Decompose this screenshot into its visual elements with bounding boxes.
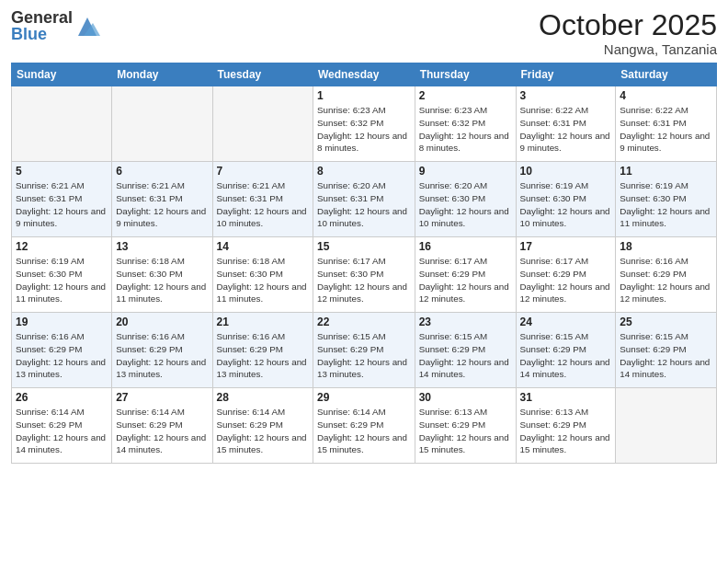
table-row: 4Sunrise: 6:22 AMSunset: 6:31 PMDaylight…	[616, 86, 717, 162]
table-row: 23Sunrise: 6:15 AMSunset: 6:29 PMDayligh…	[415, 313, 516, 388]
logo-blue: Blue	[11, 26, 73, 42]
day-number: 5	[16, 165, 108, 178]
table-row: 3Sunrise: 6:22 AMSunset: 6:31 PMDaylight…	[516, 86, 616, 162]
day-info: Sunrise: 6:16 AMSunset: 6:29 PMDaylight:…	[16, 330, 108, 381]
header-thursday: Thursday	[415, 63, 516, 86]
day-info: Sunrise: 6:23 AMSunset: 6:32 PMDaylight:…	[419, 104, 512, 155]
day-info: Sunrise: 6:21 AMSunset: 6:31 PMDaylight:…	[16, 179, 108, 230]
day-number: 22	[317, 316, 411, 328]
table-row: 18Sunrise: 6:16 AMSunset: 6:29 PMDayligh…	[616, 237, 717, 313]
calendar-week-row: 1Sunrise: 6:23 AMSunset: 6:32 PMDaylight…	[12, 86, 717, 162]
table-row: 31Sunrise: 6:13 AMSunset: 6:29 PMDayligh…	[516, 388, 616, 464]
table-row: 24Sunrise: 6:15 AMSunset: 6:29 PMDayligh…	[516, 313, 616, 388]
header: General Blue October 2025 Nangwa, Tanzan…	[11, 9, 717, 57]
day-number: 20	[116, 316, 208, 328]
day-info: Sunrise: 6:16 AMSunset: 6:29 PMDaylight:…	[116, 330, 208, 381]
table-row: 16Sunrise: 6:17 AMSunset: 6:29 PMDayligh…	[415, 237, 516, 313]
day-info: Sunrise: 6:13 AMSunset: 6:29 PMDaylight:…	[520, 406, 612, 456]
table-row: 1Sunrise: 6:23 AMSunset: 6:32 PMDaylight…	[313, 86, 415, 162]
day-number: 30	[419, 391, 512, 404]
calendar-week-row: 5Sunrise: 6:21 AMSunset: 6:31 PMDaylight…	[12, 162, 717, 237]
header-tuesday: Tuesday	[212, 63, 313, 86]
table-row: 30Sunrise: 6:13 AMSunset: 6:29 PMDayligh…	[415, 388, 516, 464]
day-info: Sunrise: 6:21 AMSunset: 6:31 PMDaylight:…	[116, 179, 208, 230]
day-number: 9	[419, 165, 512, 178]
day-info: Sunrise: 6:22 AMSunset: 6:31 PMDaylight:…	[520, 104, 612, 155]
table-row: 26Sunrise: 6:14 AMSunset: 6:29 PMDayligh…	[12, 388, 112, 464]
day-number: 4	[620, 89, 712, 102]
table-row: 19Sunrise: 6:16 AMSunset: 6:29 PMDayligh…	[12, 313, 112, 388]
table-row: 8Sunrise: 6:20 AMSunset: 6:31 PMDaylight…	[313, 162, 415, 237]
table-row	[616, 388, 717, 464]
day-info: Sunrise: 6:23 AMSunset: 6:32 PMDaylight:…	[317, 104, 411, 155]
day-info: Sunrise: 6:13 AMSunset: 6:29 PMDaylight:…	[419, 406, 512, 456]
table-row: 14Sunrise: 6:18 AMSunset: 6:30 PMDayligh…	[212, 237, 313, 313]
table-row: 25Sunrise: 6:15 AMSunset: 6:29 PMDayligh…	[616, 313, 717, 388]
day-info: Sunrise: 6:14 AMSunset: 6:29 PMDaylight:…	[217, 406, 309, 456]
day-info: Sunrise: 6:15 AMSunset: 6:29 PMDaylight:…	[419, 330, 512, 381]
table-row: 9Sunrise: 6:20 AMSunset: 6:30 PMDaylight…	[415, 162, 516, 237]
table-row: 20Sunrise: 6:16 AMSunset: 6:29 PMDayligh…	[112, 313, 212, 388]
day-info: Sunrise: 6:15 AMSunset: 6:29 PMDaylight:…	[317, 330, 411, 381]
day-number: 14	[217, 240, 309, 253]
location: Nangwa, Tanzania	[539, 41, 717, 57]
day-number: 13	[116, 240, 208, 253]
calendar-week-row: 19Sunrise: 6:16 AMSunset: 6:29 PMDayligh…	[12, 313, 717, 388]
day-info: Sunrise: 6:15 AMSunset: 6:29 PMDaylight:…	[620, 330, 712, 381]
day-number: 24	[520, 316, 612, 328]
calendar-week-row: 26Sunrise: 6:14 AMSunset: 6:29 PMDayligh…	[12, 388, 717, 464]
day-number: 7	[217, 165, 309, 178]
logo-icon	[74, 14, 100, 40]
table-row: 11Sunrise: 6:19 AMSunset: 6:30 PMDayligh…	[616, 162, 717, 237]
table-row	[12, 86, 112, 162]
day-number: 11	[620, 165, 712, 178]
day-number: 8	[317, 165, 411, 178]
day-info: Sunrise: 6:16 AMSunset: 6:29 PMDaylight:…	[620, 255, 712, 305]
table-row: 6Sunrise: 6:21 AMSunset: 6:31 PMDaylight…	[112, 162, 212, 237]
table-row: 10Sunrise: 6:19 AMSunset: 6:30 PMDayligh…	[516, 162, 616, 237]
logo-general: General	[11, 9, 73, 26]
day-info: Sunrise: 6:18 AMSunset: 6:30 PMDaylight:…	[116, 255, 208, 305]
day-info: Sunrise: 6:21 AMSunset: 6:31 PMDaylight:…	[217, 179, 309, 230]
table-row: 2Sunrise: 6:23 AMSunset: 6:32 PMDaylight…	[415, 86, 516, 162]
day-number: 17	[520, 240, 612, 253]
table-row: 27Sunrise: 6:14 AMSunset: 6:29 PMDayligh…	[112, 388, 212, 464]
day-info: Sunrise: 6:16 AMSunset: 6:29 PMDaylight:…	[217, 330, 309, 381]
header-sunday: Sunday	[12, 63, 112, 86]
header-wednesday: Wednesday	[313, 63, 415, 86]
day-info: Sunrise: 6:17 AMSunset: 6:29 PMDaylight:…	[419, 255, 512, 305]
day-number: 10	[520, 165, 612, 178]
day-info: Sunrise: 6:14 AMSunset: 6:29 PMDaylight:…	[317, 406, 411, 456]
day-info: Sunrise: 6:19 AMSunset: 6:30 PMDaylight:…	[520, 179, 612, 230]
table-row	[112, 86, 212, 162]
day-number: 27	[116, 391, 208, 404]
day-info: Sunrise: 6:14 AMSunset: 6:29 PMDaylight:…	[116, 406, 208, 456]
table-row	[212, 86, 313, 162]
header-friday: Friday	[516, 63, 616, 86]
day-number: 25	[620, 316, 712, 328]
day-info: Sunrise: 6:17 AMSunset: 6:29 PMDaylight:…	[520, 255, 612, 305]
day-number: 6	[116, 165, 208, 178]
day-info: Sunrise: 6:14 AMSunset: 6:29 PMDaylight:…	[16, 406, 108, 456]
day-info: Sunrise: 6:20 AMSunset: 6:30 PMDaylight:…	[419, 179, 512, 230]
header-saturday: Saturday	[616, 63, 717, 86]
day-number: 29	[317, 391, 411, 404]
day-number: 16	[419, 240, 512, 253]
table-row: 29Sunrise: 6:14 AMSunset: 6:29 PMDayligh…	[313, 388, 415, 464]
month-title: October 2025	[539, 9, 717, 41]
day-number: 15	[317, 240, 411, 253]
calendar-table: Sunday Monday Tuesday Wednesday Thursday…	[11, 63, 717, 464]
day-number: 18	[620, 240, 712, 253]
table-row: 15Sunrise: 6:17 AMSunset: 6:30 PMDayligh…	[313, 237, 415, 313]
page-container: General Blue October 2025 Nangwa, Tanzan…	[0, 0, 728, 563]
day-number: 26	[16, 391, 108, 404]
calendar-week-row: 12Sunrise: 6:19 AMSunset: 6:30 PMDayligh…	[12, 237, 717, 313]
logo: General Blue	[11, 9, 100, 42]
day-info: Sunrise: 6:19 AMSunset: 6:30 PMDaylight:…	[620, 179, 712, 230]
table-row: 21Sunrise: 6:16 AMSunset: 6:29 PMDayligh…	[212, 313, 313, 388]
day-number: 19	[16, 316, 108, 328]
table-row: 12Sunrise: 6:19 AMSunset: 6:30 PMDayligh…	[12, 237, 112, 313]
day-info: Sunrise: 6:18 AMSunset: 6:30 PMDaylight:…	[217, 255, 309, 305]
day-info: Sunrise: 6:17 AMSunset: 6:30 PMDaylight:…	[317, 255, 411, 305]
day-info: Sunrise: 6:22 AMSunset: 6:31 PMDaylight:…	[620, 104, 712, 155]
